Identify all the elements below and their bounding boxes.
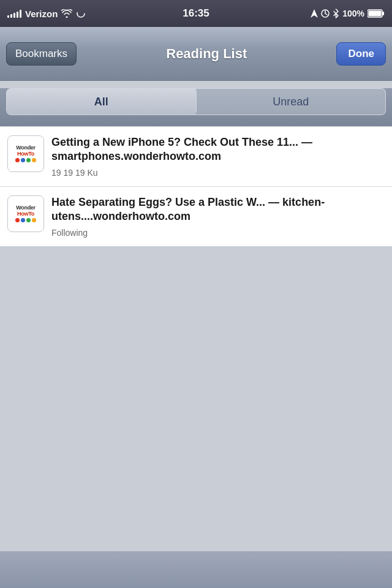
svg-rect-6 [382, 12, 384, 15]
svg-rect-5 [369, 11, 382, 17]
status-right: 100% [311, 9, 385, 18]
reading-list-title: Reading List [166, 46, 247, 62]
item-text-block-1: Getting a New iPhone 5? Check Out These … [51, 135, 385, 178]
status-bar: Verizon 16:35 100% [0, 0, 392, 27]
item-text-block-2: Hate Separating Eggs? Use a Plastic W...… [51, 195, 385, 238]
item-subtitle-2: Following [51, 228, 385, 238]
signal-bar-5 [20, 10, 21, 18]
logo-howto-text-2: HowTo [17, 211, 34, 217]
logo-dot-orange [32, 158, 36, 162]
wonder-howto-logo-2: Wonder HowTo [9, 197, 43, 231]
loading-icon [76, 9, 86, 18]
item-title-1: Getting a New iPhone 5? Check Out These … [51, 135, 385, 164]
status-time: 16:35 [183, 7, 209, 20]
reading-list: Wonder HowTo Getting a New iPhone 5? Che… [0, 126, 392, 247]
carrier-name: Verizon [25, 9, 58, 19]
done-button[interactable]: Done [336, 42, 386, 66]
logo-dot-red-2 [15, 218, 20, 222]
logo-dots [15, 158, 36, 162]
logo-howto-text: HowTo [17, 151, 34, 157]
logo-dot-orange-2 [32, 218, 36, 222]
signal-bar-2 [10, 14, 12, 18]
item-icon-2: Wonder HowTo [7, 195, 44, 232]
logo-dot-green [26, 158, 31, 162]
logo-dot-blue [21, 158, 25, 162]
location-icon [311, 9, 318, 18]
list-item[interactable]: Wonder HowTo Hate Separating Eggs? Use a… [0, 187, 392, 246]
clock-icon [321, 9, 330, 18]
wifi-icon [61, 9, 72, 18]
svg-point-0 [77, 10, 85, 17]
segment-all[interactable]: All [7, 89, 196, 115]
signal-bar-1 [7, 15, 9, 18]
signal-bar-4 [17, 12, 18, 18]
navigation-bar: Bookmarks Reading List Done [0, 27, 392, 81]
svg-line-3 [325, 13, 327, 15]
item-subtitle-1: 19 19 19 Ku [51, 168, 385, 178]
signal-bar-3 [13, 13, 15, 18]
wonder-howto-logo-1: Wonder HowTo [9, 137, 43, 171]
bottom-footer [0, 551, 392, 588]
signal-bars [7, 9, 21, 18]
status-left: Verizon [7, 9, 86, 19]
logo-dots-2 [15, 218, 36, 222]
logo-dot-blue-2 [21, 218, 25, 222]
segment-control: All Unread [6, 88, 386, 115]
battery-icon [368, 9, 385, 18]
bluetooth-icon [333, 9, 339, 18]
segment-unread[interactable]: Unread [197, 89, 386, 115]
logo-dot-green-2 [26, 218, 31, 222]
battery-percent: 100% [342, 9, 364, 18]
list-item[interactable]: Wonder HowTo Getting a New iPhone 5? Che… [0, 127, 392, 187]
empty-area [0, 247, 392, 492]
logo-dot-red [15, 158, 20, 162]
item-icon-1: Wonder HowTo [7, 135, 44, 172]
bookmarks-button[interactable]: Bookmarks [6, 42, 77, 66]
content-area: Wonder HowTo Getting a New iPhone 5? Che… [0, 126, 392, 492]
item-title-2: Hate Separating Eggs? Use a Plastic W...… [51, 195, 385, 224]
